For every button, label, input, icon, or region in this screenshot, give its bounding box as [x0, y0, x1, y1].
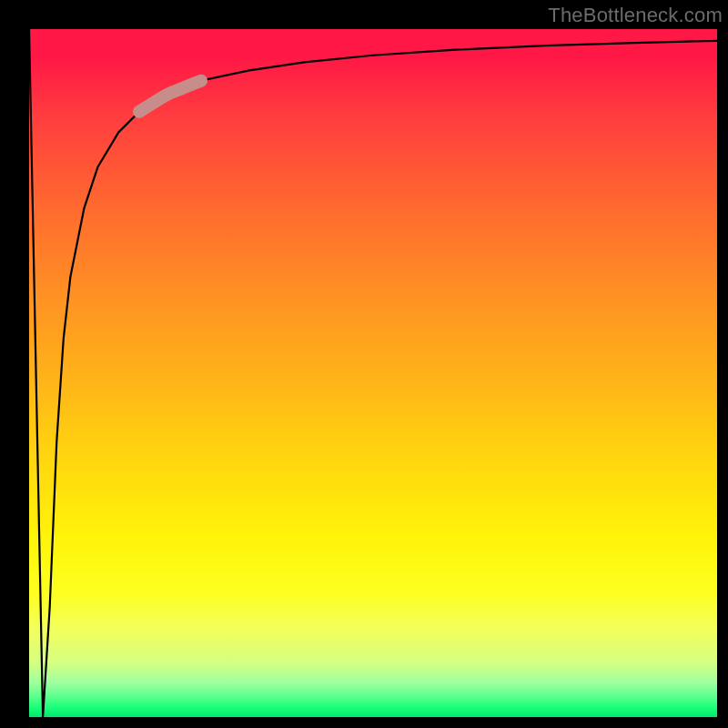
bottleneck-curve-path: [29, 29, 717, 717]
watermark-text: TheBottleneck.com: [548, 4, 723, 27]
plot-area: [29, 29, 717, 717]
highlight-segment-path: [139, 81, 201, 112]
chart-frame: TheBottleneck.com: [0, 0, 728, 728]
curve-svg: [29, 29, 717, 717]
